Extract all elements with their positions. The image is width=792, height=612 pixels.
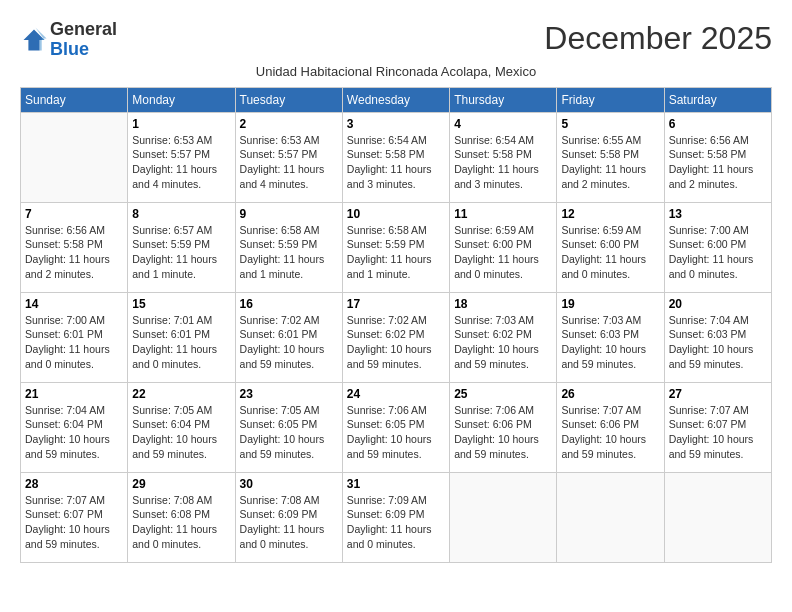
calendar-cell: 15 Sunrise: 7:01 AMSunset: 6:01 PMDaylig… xyxy=(128,292,235,382)
day-number: 25 xyxy=(454,387,552,401)
day-info: Sunrise: 6:55 AMSunset: 5:58 PMDaylight:… xyxy=(561,134,646,190)
day-info: Sunrise: 7:00 AMSunset: 6:01 PMDaylight:… xyxy=(25,314,110,370)
day-number: 28 xyxy=(25,477,123,491)
calendar-cell: 8 Sunrise: 6:57 AMSunset: 5:59 PMDayligh… xyxy=(128,202,235,292)
calendar-cell: 3 Sunrise: 6:54 AMSunset: 5:58 PMDayligh… xyxy=(342,112,449,202)
calendar-cell: 23 Sunrise: 7:05 AMSunset: 6:05 PMDaylig… xyxy=(235,382,342,472)
day-number: 11 xyxy=(454,207,552,221)
calendar-cell: 5 Sunrise: 6:55 AMSunset: 5:58 PMDayligh… xyxy=(557,112,664,202)
day-info: Sunrise: 6:58 AMSunset: 5:59 PMDaylight:… xyxy=(240,224,325,280)
calendar-cell: 18 Sunrise: 7:03 AMSunset: 6:02 PMDaylig… xyxy=(450,292,557,382)
day-number: 13 xyxy=(669,207,767,221)
day-number: 6 xyxy=(669,117,767,131)
calendar-cell: 26 Sunrise: 7:07 AMSunset: 6:06 PMDaylig… xyxy=(557,382,664,472)
calendar-cell: 6 Sunrise: 6:56 AMSunset: 5:58 PMDayligh… xyxy=(664,112,771,202)
page-header: General Blue December 2025 xyxy=(20,20,772,60)
calendar-cell: 21 Sunrise: 7:04 AMSunset: 6:04 PMDaylig… xyxy=(21,382,128,472)
logo-text: General Blue xyxy=(50,20,117,60)
day-number: 12 xyxy=(561,207,659,221)
day-number: 7 xyxy=(25,207,123,221)
day-info: Sunrise: 6:56 AMSunset: 5:58 PMDaylight:… xyxy=(669,134,754,190)
month-title: December 2025 xyxy=(544,20,772,57)
day-info: Sunrise: 6:53 AMSunset: 5:57 PMDaylight:… xyxy=(240,134,325,190)
day-number: 9 xyxy=(240,207,338,221)
calendar-cell: 13 Sunrise: 7:00 AMSunset: 6:00 PMDaylig… xyxy=(664,202,771,292)
day-info: Sunrise: 7:08 AMSunset: 6:08 PMDaylight:… xyxy=(132,494,217,550)
col-thursday: Thursday xyxy=(450,87,557,112)
day-info: Sunrise: 6:54 AMSunset: 5:58 PMDaylight:… xyxy=(454,134,539,190)
calendar-body: 1 Sunrise: 6:53 AMSunset: 5:57 PMDayligh… xyxy=(21,112,772,562)
header-row: Sunday Monday Tuesday Wednesday Thursday… xyxy=(21,87,772,112)
calendar-cell: 31 Sunrise: 7:09 AMSunset: 6:09 PMDaylig… xyxy=(342,472,449,562)
day-number: 2 xyxy=(240,117,338,131)
col-sunday: Sunday xyxy=(21,87,128,112)
day-info: Sunrise: 7:00 AMSunset: 6:00 PMDaylight:… xyxy=(669,224,754,280)
day-info: Sunrise: 7:06 AMSunset: 6:05 PMDaylight:… xyxy=(347,404,432,460)
day-info: Sunrise: 6:54 AMSunset: 5:58 PMDaylight:… xyxy=(347,134,432,190)
calendar-cell xyxy=(557,472,664,562)
calendar-week-0: 1 Sunrise: 6:53 AMSunset: 5:57 PMDayligh… xyxy=(21,112,772,202)
day-info: Sunrise: 6:58 AMSunset: 5:59 PMDaylight:… xyxy=(347,224,432,280)
day-number: 1 xyxy=(132,117,230,131)
calendar-cell: 9 Sunrise: 6:58 AMSunset: 5:59 PMDayligh… xyxy=(235,202,342,292)
day-number: 4 xyxy=(454,117,552,131)
day-info: Sunrise: 7:08 AMSunset: 6:09 PMDaylight:… xyxy=(240,494,325,550)
day-number: 20 xyxy=(669,297,767,311)
day-info: Sunrise: 7:07 AMSunset: 6:07 PMDaylight:… xyxy=(25,494,110,550)
calendar-week-4: 28 Sunrise: 7:07 AMSunset: 6:07 PMDaylig… xyxy=(21,472,772,562)
day-info: Sunrise: 7:02 AMSunset: 6:02 PMDaylight:… xyxy=(347,314,432,370)
col-wednesday: Wednesday xyxy=(342,87,449,112)
day-number: 23 xyxy=(240,387,338,401)
col-tuesday: Tuesday xyxy=(235,87,342,112)
calendar-cell: 25 Sunrise: 7:06 AMSunset: 6:06 PMDaylig… xyxy=(450,382,557,472)
calendar-cell: 2 Sunrise: 6:53 AMSunset: 5:57 PMDayligh… xyxy=(235,112,342,202)
day-info: Sunrise: 7:06 AMSunset: 6:06 PMDaylight:… xyxy=(454,404,539,460)
calendar-cell: 14 Sunrise: 7:00 AMSunset: 6:01 PMDaylig… xyxy=(21,292,128,382)
calendar-cell: 4 Sunrise: 6:54 AMSunset: 5:58 PMDayligh… xyxy=(450,112,557,202)
title-section: December 2025 xyxy=(544,20,772,57)
day-info: Sunrise: 7:07 AMSunset: 6:07 PMDaylight:… xyxy=(669,404,754,460)
day-number: 17 xyxy=(347,297,445,311)
day-number: 15 xyxy=(132,297,230,311)
calendar-cell: 7 Sunrise: 6:56 AMSunset: 5:58 PMDayligh… xyxy=(21,202,128,292)
calendar-cell: 24 Sunrise: 7:06 AMSunset: 6:05 PMDaylig… xyxy=(342,382,449,472)
calendar-header: Sunday Monday Tuesday Wednesday Thursday… xyxy=(21,87,772,112)
calendar-cell xyxy=(664,472,771,562)
col-friday: Friday xyxy=(557,87,664,112)
logo-icon xyxy=(20,26,48,54)
col-saturday: Saturday xyxy=(664,87,771,112)
calendar-cell: 29 Sunrise: 7:08 AMSunset: 6:08 PMDaylig… xyxy=(128,472,235,562)
day-number: 3 xyxy=(347,117,445,131)
day-number: 31 xyxy=(347,477,445,491)
day-number: 10 xyxy=(347,207,445,221)
calendar-cell: 16 Sunrise: 7:02 AMSunset: 6:01 PMDaylig… xyxy=(235,292,342,382)
day-info: Sunrise: 7:04 AMSunset: 6:03 PMDaylight:… xyxy=(669,314,754,370)
calendar-cell: 10 Sunrise: 6:58 AMSunset: 5:59 PMDaylig… xyxy=(342,202,449,292)
calendar-table: Sunday Monday Tuesday Wednesday Thursday… xyxy=(20,87,772,563)
day-info: Sunrise: 7:04 AMSunset: 6:04 PMDaylight:… xyxy=(25,404,110,460)
calendar-cell: 17 Sunrise: 7:02 AMSunset: 6:02 PMDaylig… xyxy=(342,292,449,382)
calendar-cell: 20 Sunrise: 7:04 AMSunset: 6:03 PMDaylig… xyxy=(664,292,771,382)
day-info: Sunrise: 7:02 AMSunset: 6:01 PMDaylight:… xyxy=(240,314,325,370)
calendar-cell: 12 Sunrise: 6:59 AMSunset: 6:00 PMDaylig… xyxy=(557,202,664,292)
day-info: Sunrise: 7:05 AMSunset: 6:05 PMDaylight:… xyxy=(240,404,325,460)
calendar-cell: 30 Sunrise: 7:08 AMSunset: 6:09 PMDaylig… xyxy=(235,472,342,562)
day-info: Sunrise: 7:01 AMSunset: 6:01 PMDaylight:… xyxy=(132,314,217,370)
day-info: Sunrise: 6:56 AMSunset: 5:58 PMDaylight:… xyxy=(25,224,110,280)
day-number: 14 xyxy=(25,297,123,311)
day-info: Sunrise: 6:59 AMSunset: 6:00 PMDaylight:… xyxy=(454,224,539,280)
day-number: 22 xyxy=(132,387,230,401)
day-number: 24 xyxy=(347,387,445,401)
calendar-cell xyxy=(450,472,557,562)
col-monday: Monday xyxy=(128,87,235,112)
day-info: Sunrise: 7:03 AMSunset: 6:02 PMDaylight:… xyxy=(454,314,539,370)
day-number: 27 xyxy=(669,387,767,401)
day-info: Sunrise: 7:07 AMSunset: 6:06 PMDaylight:… xyxy=(561,404,646,460)
logo: General Blue xyxy=(20,20,117,60)
day-number: 30 xyxy=(240,477,338,491)
day-info: Sunrise: 6:57 AMSunset: 5:59 PMDaylight:… xyxy=(132,224,217,280)
calendar-week-1: 7 Sunrise: 6:56 AMSunset: 5:58 PMDayligh… xyxy=(21,202,772,292)
calendar-week-3: 21 Sunrise: 7:04 AMSunset: 6:04 PMDaylig… xyxy=(21,382,772,472)
day-info: Sunrise: 7:09 AMSunset: 6:09 PMDaylight:… xyxy=(347,494,432,550)
day-info: Sunrise: 7:03 AMSunset: 6:03 PMDaylight:… xyxy=(561,314,646,370)
